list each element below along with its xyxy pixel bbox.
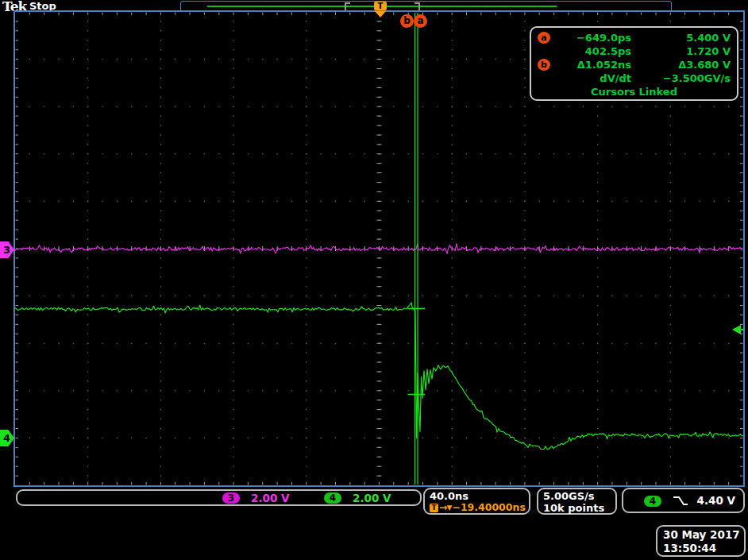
- horizontal-readout[interactable]: 40.0ns T → ▼ −19.40000ns: [423, 488, 530, 515]
- time-value: 13:50:44: [663, 542, 744, 555]
- cursor-b-values-row: 402.5ps 1.720 V: [531, 44, 737, 58]
- cursor-readout-panel[interactable]: a −649.0ps 5.400 V 402.5ps 1.720 V b Δ1.…: [530, 26, 738, 101]
- cursor-b-badge: b: [538, 59, 550, 71]
- trigger-position-arrow-icon: [375, 11, 386, 17]
- trigger-position-flag[interactable]: T: [374, 2, 387, 10]
- acquisition-readout[interactable]: 5.00GS/s 10k points: [537, 488, 617, 515]
- ch3-scale: 2.00 V: [251, 492, 289, 504]
- cursor-b-marker[interactable]: b: [400, 14, 414, 28]
- cursor-a-row: a −649.0ps 5.400 V: [531, 31, 737, 44]
- oscilloscope-screen: Tek Stop T b a 3 4 a −649.0ps 5.400 V 40…: [0, 0, 748, 560]
- cursor-b-time: 402.5ps: [550, 45, 631, 57]
- ch4-position-marker[interactable]: 4: [0, 430, 14, 446]
- trigger-source-badge: 4: [644, 496, 661, 507]
- cursor-b-voltage: 1.720 V: [631, 45, 731, 57]
- ch4-badge[interactable]: 4: [324, 492, 341, 504]
- cursor-a-badge: a: [538, 32, 550, 44]
- trigger-level-arrow-tail: [740, 329, 744, 330]
- dvdt-row: dV/dt −3.500GV/s: [531, 71, 737, 85]
- spacer: [538, 72, 550, 84]
- cursor-a-marker[interactable]: a: [414, 14, 427, 28]
- sample-rate: 5.00GS/s: [543, 490, 615, 502]
- trigger-delay-value: −19.40000ns: [452, 502, 525, 513]
- trigger-t-icon: T: [430, 504, 438, 512]
- spacer: [538, 45, 550, 57]
- trigger-level-value: 4.40 V: [697, 494, 735, 507]
- cursor-a-time: −649.0ps: [550, 32, 631, 44]
- timebase-value: 40.0ns: [430, 490, 529, 502]
- dvdt-value: −3.500GV/s: [631, 72, 731, 84]
- falling-edge-icon: [673, 496, 688, 507]
- date-value: 30 May 2017: [663, 528, 744, 542]
- trigger-readout[interactable]: 4 4.40 V: [622, 488, 745, 513]
- slope-down-icon: ▼: [446, 502, 452, 513]
- datetime-readout[interactable]: 30 May 2017 13:50:44: [656, 525, 746, 557]
- dvdt-label: dV/dt: [550, 72, 631, 84]
- trigger-delay-readout: T → ▼ −19.40000ns: [430, 502, 529, 513]
- cursor-delta-row: b Δ1.052ns Δ3.680 V: [531, 58, 737, 71]
- ch3-badge[interactable]: 3: [222, 492, 240, 504]
- delta-time: Δ1.052ns: [550, 59, 631, 71]
- cursors-linked-label: Cursors Linked: [531, 86, 737, 98]
- delta-voltage: Δ3.680 V: [631, 59, 731, 71]
- ch3-position-marker[interactable]: 3: [0, 241, 14, 258]
- record-length: 10k points: [543, 502, 615, 514]
- ch4-scale: 2.00 V: [353, 492, 391, 504]
- channel-scale-readout[interactable]: 3 2.00 V 4 2.00 V: [16, 489, 422, 506]
- cursor-a-voltage: 5.400 V: [631, 32, 731, 44]
